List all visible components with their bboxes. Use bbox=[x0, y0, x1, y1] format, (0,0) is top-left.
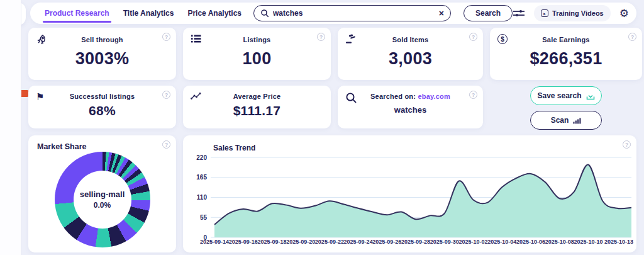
signal-bars-icon bbox=[573, 116, 581, 124]
svg-text:2025-09-22: 2025-09-22 bbox=[315, 239, 344, 245]
svg-text:220: 220 bbox=[196, 154, 207, 161]
svg-text:2025-10-02: 2025-10-02 bbox=[458, 239, 487, 245]
sidebar bbox=[0, 0, 21, 255]
clear-search-icon[interactable]: × bbox=[439, 8, 444, 18]
sales-trend-card: 0551101652202025-09-142025-09-162025-09-… bbox=[183, 135, 636, 252]
svg-text:2025-09-20: 2025-09-20 bbox=[286, 239, 315, 245]
stat-value: 3003% bbox=[28, 49, 176, 69]
stats-row-2: ⚑ Successful listings ? 68% Average Pric… bbox=[28, 86, 636, 130]
stat-value: 3,003 bbox=[338, 49, 483, 69]
donut-center: selling-mall 0.0% bbox=[74, 171, 131, 229]
stat-title: Listings bbox=[183, 28, 331, 43]
search-icon bbox=[260, 9, 269, 18]
stat-value: 68% bbox=[28, 103, 176, 118]
stat-title: Sold Items bbox=[338, 28, 483, 43]
help-icon[interactable]: ? bbox=[628, 33, 636, 41]
svg-text:165: 165 bbox=[196, 174, 207, 181]
svg-text:2025-09-30: 2025-09-30 bbox=[430, 239, 459, 245]
save-search-label: Save search bbox=[537, 91, 581, 100]
svg-text:2025-09-26: 2025-09-26 bbox=[372, 239, 401, 245]
svg-text:2025-09-24: 2025-09-24 bbox=[344, 239, 373, 245]
stat-title: Average Price bbox=[183, 86, 331, 100]
help-icon[interactable]: ? bbox=[623, 140, 631, 149]
svg-text:2025-10-08: 2025-10-08 bbox=[545, 239, 574, 245]
tab-price-analytics[interactable]: Price Analytics bbox=[180, 9, 248, 18]
stat-card-sold-items: Sold Items ? 3,003 bbox=[338, 28, 483, 80]
save-icon bbox=[586, 92, 595, 100]
donut-center-value: 0.0% bbox=[94, 201, 111, 210]
stat-title: Sale Earnings bbox=[490, 28, 642, 43]
stat-value: 100 bbox=[183, 49, 331, 69]
stat-card-average-price: Average Price $111.17 bbox=[183, 86, 331, 128]
ebay-site-link[interactable]: ebay.com bbox=[418, 93, 450, 100]
svg-text:2025-09-16: 2025-09-16 bbox=[229, 239, 258, 245]
tab-product-research[interactable]: Product Research bbox=[38, 9, 116, 18]
flag-icon: ⚑ bbox=[36, 92, 44, 101]
stat-card-sale-earnings: $ Sale Earnings ? $266,351 bbox=[490, 28, 642, 80]
stat-value: $266,351 bbox=[490, 49, 642, 69]
help-icon[interactable]: ? bbox=[317, 33, 325, 41]
svg-text:2025-09-14: 2025-09-14 bbox=[200, 239, 229, 245]
searched-on-line: Searched on: ebay.com bbox=[338, 86, 483, 100]
scan-button[interactable]: Scan bbox=[530, 111, 602, 130]
trend-icon bbox=[191, 92, 201, 100]
help-icon[interactable]: ? bbox=[162, 140, 170, 149]
stat-title: Sell through bbox=[28, 28, 176, 43]
filter-sliders-icon[interactable] bbox=[513, 8, 525, 18]
stat-card-listings: Listings ? 100 bbox=[183, 28, 331, 80]
svg-text:2025-09-28: 2025-09-28 bbox=[401, 239, 430, 245]
donut-center-label: selling-mall bbox=[80, 190, 125, 199]
charts-row: Market Share ? selling-mall 0.0% 0551101… bbox=[28, 135, 636, 252]
market-share-donut[interactable]: selling-mall 0.0% bbox=[55, 152, 150, 247]
svg-text:2025-10-04: 2025-10-04 bbox=[487, 239, 516, 245]
sales-trend-title: Sales Trend bbox=[213, 144, 255, 152]
stat-card-successful-listings: ⚑ Successful listings ? 68% bbox=[28, 86, 176, 128]
search-icon bbox=[345, 92, 357, 104]
tab-title-analytics[interactable]: Title Analytics bbox=[116, 9, 181, 18]
play-icon: ▸ bbox=[541, 9, 548, 17]
search-input[interactable] bbox=[273, 9, 435, 18]
stat-card-sell-through: Sell through ? 3003% bbox=[28, 28, 176, 80]
scan-label: Scan bbox=[551, 116, 569, 125]
list-icon bbox=[191, 34, 201, 43]
search-button[interactable]: Search bbox=[464, 5, 513, 21]
save-search-button[interactable]: Save search bbox=[530, 86, 602, 105]
svg-text:2025-10-06: 2025-10-06 bbox=[516, 239, 545, 245]
searched-on-prefix: Searched on: bbox=[370, 93, 416, 100]
gavel-icon bbox=[345, 34, 357, 44]
search-bar[interactable]: × bbox=[253, 5, 451, 21]
training-videos-label: Training Videos bbox=[552, 9, 604, 17]
svg-text:110: 110 bbox=[197, 194, 208, 201]
sales-trend-chart[interactable]: 0551101652202025-09-142025-09-162025-09-… bbox=[183, 135, 636, 252]
topbar: Product Research Title Analytics Price A… bbox=[30, 3, 636, 24]
svg-text:2025-10-13: 2025-10-13 bbox=[604, 239, 633, 245]
svg-text:55: 55 bbox=[200, 214, 208, 221]
stats-row-1: Sell through ? 3003% Listings ? 100 Sold… bbox=[28, 28, 636, 80]
stat-title: Successful listings bbox=[28, 86, 176, 100]
help-icon[interactable]: ? bbox=[469, 33, 477, 41]
help-icon[interactable]: ? bbox=[162, 33, 170, 41]
searched-term: watches bbox=[338, 105, 483, 115]
help-icon[interactable]: ? bbox=[469, 91, 477, 99]
stat-value: $111.17 bbox=[183, 103, 331, 118]
dollar-circle-icon: $ bbox=[497, 34, 508, 44]
main-content: Sell through ? 3003% Listings ? 100 Sold… bbox=[28, 28, 636, 252]
svg-text:2025-10-10: 2025-10-10 bbox=[574, 239, 602, 245]
market-share-title: Market Share bbox=[37, 142, 87, 151]
svg-text:2025-09-18: 2025-09-18 bbox=[257, 239, 286, 245]
rocket-icon bbox=[36, 34, 47, 45]
actions-column: Save search Scan bbox=[490, 86, 642, 130]
settings-gear-icon[interactable]: ⚙ bbox=[619, 7, 629, 20]
stat-card-searched-on: Searched on: ebay.com ? watches bbox=[338, 86, 483, 128]
training-videos-button[interactable]: ▸ Training Videos bbox=[534, 5, 611, 21]
market-share-card: Market Share ? selling-mall 0.0% bbox=[28, 135, 176, 252]
help-icon[interactable]: ? bbox=[162, 91, 170, 99]
